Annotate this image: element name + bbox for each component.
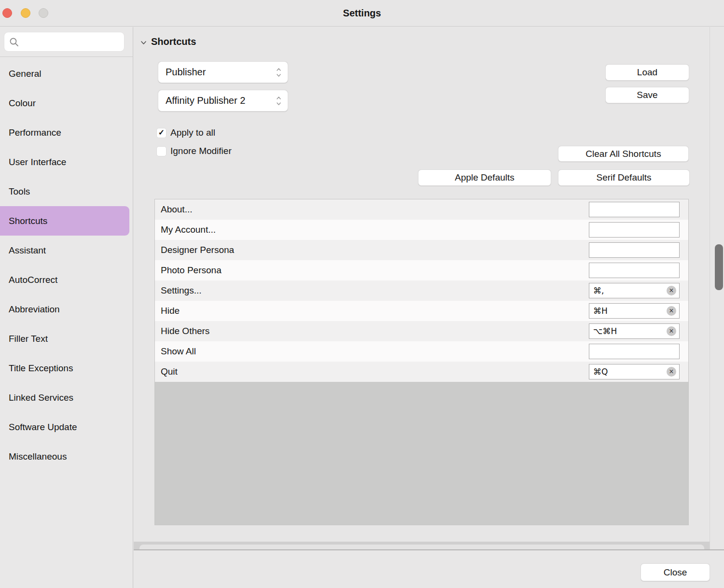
- shortcut-row[interactable]: Hide⌘H×: [155, 301, 688, 321]
- shortcut-keys: ⌘Q: [593, 367, 608, 377]
- sidebar-item-label: Colour: [9, 98, 36, 109]
- shortcut-row[interactable]: Photo Persona: [155, 260, 688, 280]
- command-label: Settings...: [161, 285, 202, 296]
- sidebar-item-software-update[interactable]: Software Update: [0, 412, 133, 442]
- save-button[interactable]: Save: [605, 87, 689, 103]
- chevron-down-icon: [140, 40, 147, 46]
- sidebar-item-filler-text[interactable]: Filler Text: [0, 324, 133, 353]
- sidebar-item-label: Software Update: [9, 422, 77, 433]
- ignore-modifier-checkbox[interactable]: ✓: [156, 146, 167, 156]
- shortcut-input[interactable]: ⌥⌘H×: [589, 323, 680, 339]
- sidebar-item-label: Assistant: [9, 245, 46, 256]
- shortcut-input[interactable]: [589, 222, 680, 238]
- sidebar-item-label: General: [9, 69, 42, 79]
- sidebar-divider: [0, 56, 133, 57]
- shortcut-row[interactable]: My Account...: [155, 220, 688, 240]
- sidebar-item-linked-services[interactable]: Linked Services: [0, 383, 133, 412]
- sidebar-item-label: Abbreviation: [9, 304, 60, 315]
- stepper-arrows-icon: [276, 67, 282, 78]
- shortcut-input[interactable]: [589, 263, 680, 278]
- sidebar-item-shortcuts[interactable]: Shortcuts: [0, 206, 129, 236]
- command-label: About...: [161, 204, 193, 215]
- sidebar-item-assistant[interactable]: Assistant: [0, 236, 133, 265]
- search-input[interactable]: [4, 32, 125, 52]
- serif-defaults-button[interactable]: Serif Defaults: [558, 169, 690, 186]
- load-button[interactable]: Load: [605, 64, 689, 81]
- search-icon: [9, 37, 19, 47]
- command-label: Hide: [161, 306, 180, 316]
- scrollbar-thumb[interactable]: [715, 244, 723, 290]
- command-label: Designer Persona: [161, 245, 234, 255]
- shortcut-input[interactable]: ⌘,×: [589, 283, 680, 298]
- title-bar: Settings: [0, 0, 724, 27]
- main-panel: Shortcuts Publisher Affinity Publisher 2…: [134, 27, 710, 542]
- command-label: Show All: [161, 346, 196, 357]
- window-title: Settings: [0, 0, 724, 27]
- sidebar-item-label: User Interface: [9, 157, 66, 168]
- section-header[interactable]: Shortcuts: [140, 36, 196, 47]
- command-label: Hide Others: [161, 326, 209, 336]
- section-title: Shortcuts: [151, 36, 196, 47]
- clear-shortcut-icon[interactable]: ×: [667, 286, 676, 295]
- apply-to-all-row: ✓ Apply to all: [156, 127, 215, 138]
- ignore-modifier-row: ✓ Ignore Modifier: [156, 146, 232, 156]
- shortcut-row[interactable]: Hide Others⌥⌘H×: [155, 321, 688, 341]
- close-button[interactable]: Close: [640, 563, 710, 581]
- clear-all-shortcuts-button[interactable]: Clear All Shortcuts: [558, 146, 689, 162]
- scrollbar-track[interactable]: [710, 27, 724, 549]
- sidebar-item-label: Miscellaneous: [9, 451, 67, 462]
- command-label: Photo Persona: [161, 265, 222, 276]
- sidebar-item-label: Linked Services: [9, 392, 73, 403]
- keyboard-set-dropdown[interactable]: Affinity Publisher 2: [158, 90, 288, 112]
- clear-shortcut-icon[interactable]: ×: [667, 367, 676, 377]
- sidebar-item-tools[interactable]: Tools: [0, 177, 133, 206]
- clear-shortcut-icon[interactable]: ×: [667, 326, 676, 336]
- command-label: Quit: [161, 366, 178, 377]
- shortcut-row[interactable]: Settings...⌘,×: [155, 280, 688, 301]
- shortcut-row[interactable]: About...: [155, 199, 688, 220]
- ignore-modifier-label: Ignore Modifier: [170, 146, 232, 156]
- sidebar-item-label: Title Exceptions: [9, 363, 73, 374]
- shortcut-row[interactable]: Designer Persona: [155, 240, 688, 260]
- sidebar-item-colour[interactable]: Colour: [0, 88, 133, 118]
- app-family-dropdown[interactable]: Publisher: [158, 61, 288, 83]
- sidebar-item-autocorrect[interactable]: AutoCorrect: [0, 265, 133, 294]
- shortcut-input[interactable]: [589, 242, 680, 258]
- apple-defaults-button[interactable]: Apple Defaults: [418, 169, 551, 186]
- shortcut-row[interactable]: Show All: [155, 341, 688, 362]
- apply-to-all-checkbox[interactable]: ✓: [156, 128, 167, 138]
- sidebar-item-title-exceptions[interactable]: Title Exceptions: [0, 353, 133, 383]
- shortcuts-table: About...My Account...Designer PersonaPho…: [154, 199, 689, 525]
- footer-bar: Close: [134, 550, 724, 588]
- sidebar-item-general[interactable]: General: [0, 59, 133, 88]
- sidebar-item-label: Performance: [9, 127, 61, 138]
- next-section-edge: [139, 545, 704, 549]
- sidebar-item-label: AutoCorrect: [9, 275, 57, 285]
- sidebar-item-miscellaneous[interactable]: Miscellaneous: [0, 442, 133, 471]
- shortcut-input[interactable]: [589, 344, 680, 359]
- shortcut-row[interactable]: Quit⌘Q×: [155, 362, 688, 382]
- shortcut-keys: ⌘H: [593, 306, 608, 316]
- stepper-arrows-icon: [276, 95, 282, 107]
- sidebar-item-user-interface[interactable]: User Interface: [0, 147, 133, 177]
- app-family-dropdown-value: Publisher: [166, 67, 276, 78]
- shortcut-keys: ⌥⌘H: [593, 326, 617, 336]
- apply-to-all-label: Apply to all: [170, 127, 215, 138]
- keyboard-set-dropdown-value: Affinity Publisher 2: [166, 95, 276, 106]
- sidebar-nav: GeneralColourPerformanceUser InterfaceTo…: [0, 59, 133, 471]
- settings-window: Settings GeneralColourPerformanceUser In…: [0, 0, 724, 588]
- checkmark-icon: ✓: [158, 128, 165, 137]
- clear-shortcut-icon[interactable]: ×: [667, 306, 676, 316]
- shortcut-input[interactable]: ⌘Q×: [589, 364, 680, 379]
- sidebar-item-label: Shortcuts: [9, 216, 47, 226]
- sidebar-item-performance[interactable]: Performance: [0, 118, 133, 147]
- sidebar-item-label: Filler Text: [9, 334, 48, 344]
- sidebar-item-label: Tools: [9, 186, 30, 197]
- sidebar: GeneralColourPerformanceUser InterfaceTo…: [0, 27, 133, 588]
- command-label: My Account...: [161, 224, 216, 235]
- shortcut-input[interactable]: [589, 202, 680, 217]
- sidebar-item-abbreviation[interactable]: Abbreviation: [0, 294, 133, 324]
- shortcut-keys: ⌘,: [593, 286, 604, 295]
- shortcut-input[interactable]: ⌘H×: [589, 303, 680, 319]
